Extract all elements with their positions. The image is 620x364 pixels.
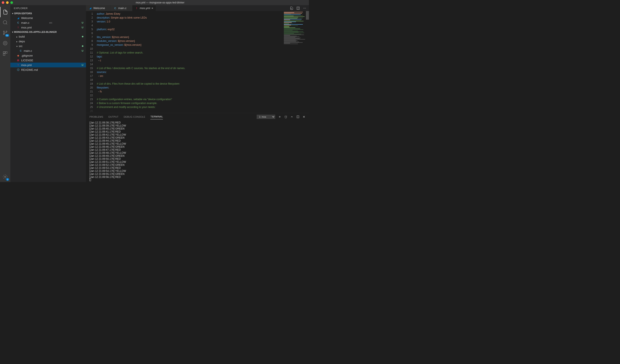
open-editors-label: OPEN EDITORS xyxy=(14,12,32,15)
tree-label: .gitignore xyxy=(21,54,52,57)
editor-area: ◢Welcome×Cmain.c×!mos.yml× 1234567891011… xyxy=(86,5,309,182)
svg-point-0 xyxy=(3,20,7,24)
panel-tab-output[interactable]: OUTPUT xyxy=(108,114,119,119)
folder-item[interactable]: src xyxy=(10,44,86,48)
file-item[interactable]: Cmain.cU xyxy=(10,48,86,53)
git-status: U xyxy=(82,26,83,29)
yml-file-icon: ! xyxy=(16,26,20,29)
window-close-icon[interactable] xyxy=(2,1,4,4)
more-icon[interactable] xyxy=(303,6,306,10)
c-file-icon: C xyxy=(16,21,20,24)
file-item[interactable]: ⚖LICENSE xyxy=(10,58,86,63)
svg-line-12 xyxy=(291,9,292,9)
svg-rect-7 xyxy=(3,52,5,53)
git-status: U xyxy=(82,21,83,24)
activity-explorer[interactable] xyxy=(0,7,10,17)
svg-point-3 xyxy=(3,34,4,35)
open-editor-item[interactable]: ◢Welcome xyxy=(10,15,86,20)
svg-rect-8 xyxy=(5,52,7,53)
svg-point-2 xyxy=(3,31,4,32)
titlebar: mos.yml — mongoose-os-apps-led-blinker xyxy=(0,0,309,5)
terminal-line: [Jan 12 21:09:39.176] YELLOW xyxy=(90,124,306,127)
settings-badge: 1 xyxy=(6,178,9,181)
editor-tab[interactable]: Cmain.c× xyxy=(111,5,132,11)
yml-file-icon: ! xyxy=(135,6,139,10)
activity-bar: 31 1 xyxy=(0,5,10,182)
close-icon[interactable]: × xyxy=(152,6,153,10)
folder-item[interactable]: build xyxy=(10,34,86,39)
terminal-line: [Jan 12 21:09:41.176] RED xyxy=(90,130,306,133)
file-item[interactable]: !mos.ymlU xyxy=(10,63,86,67)
untracked-dot-icon xyxy=(82,36,83,37)
vscode-icon: ◢ xyxy=(16,16,20,20)
tab-label: mos.yml xyxy=(140,6,150,10)
panel-tab-problems[interactable]: PROBLEMS xyxy=(90,114,103,119)
window-minimize-icon[interactable] xyxy=(6,1,9,4)
minimap[interactable] xyxy=(283,11,309,113)
code-content[interactable]: author: James Elseydescription: Simple a… xyxy=(97,11,283,113)
activity-scm[interactable]: 31 xyxy=(0,28,10,38)
plus-icon[interactable] xyxy=(278,115,281,118)
untracked-dot-icon xyxy=(82,45,83,47)
folder-item[interactable]: deps xyxy=(10,39,86,44)
panel-tab-debug[interactable]: DEBUG CONSOLE xyxy=(124,114,145,119)
open-editor-path: src xyxy=(49,21,52,24)
tree-label: LICENSE xyxy=(21,59,52,62)
terminal-line: [Jan 12 21:09:56.176] RED xyxy=(90,176,306,179)
terminal-line: [Jan 12 21:09:50.176] RED xyxy=(90,157,306,160)
chevron-up-icon[interactable] xyxy=(290,115,293,118)
vscode-icon: ◢ xyxy=(89,6,92,10)
activity-debug[interactable] xyxy=(0,38,10,48)
terminal-line: [Jan 12 21:09:51.176] YELLOW xyxy=(90,160,306,164)
line-gutter: 1234567891011121314151617181920212223242… xyxy=(86,11,97,113)
svg-point-15 xyxy=(303,8,304,8)
open-editors-header[interactable]: OPEN EDITORS xyxy=(10,11,86,15)
c-file-icon: C xyxy=(113,6,117,10)
activity-extensions[interactable] xyxy=(0,48,10,59)
scrollbar[interactable] xyxy=(306,11,309,20)
bug-icon xyxy=(3,41,8,46)
c-file-icon: C xyxy=(19,49,22,52)
files-icon xyxy=(3,10,8,15)
activity-search[interactable] xyxy=(0,17,10,28)
svg-point-6 xyxy=(4,42,6,44)
open-editor-item[interactable]: Cmain.csrcU xyxy=(10,20,86,25)
window-maximize-icon[interactable] xyxy=(10,1,13,4)
open-changes-icon[interactable] xyxy=(290,6,293,10)
close-icon[interactable] xyxy=(302,115,306,118)
split-panel-icon[interactable] xyxy=(296,115,299,118)
svg-point-16 xyxy=(304,8,305,8)
trash-icon[interactable] xyxy=(284,115,287,118)
open-editor-item[interactable]: !mos.ymlU xyxy=(10,25,86,30)
terminal-line: [Jan 12 21:09:38.176] RED xyxy=(90,121,306,124)
editor-pane[interactable]: 1234567891011121314151617181920212223242… xyxy=(86,11,309,113)
open-editor-label: mos.yml xyxy=(21,26,50,29)
terminal-body[interactable]: [Jan 12 21:09:38.176] RED[Jan 12 21:09:3… xyxy=(86,120,309,182)
project-header[interactable]: MONGOOSE-OS-APPS-LED-BLINKER xyxy=(10,30,86,34)
panel-controls: 1: mos xyxy=(257,115,306,119)
chevron-down-icon xyxy=(12,12,13,15)
chevron-right-icon xyxy=(16,35,17,38)
editor-tab[interactable]: ◢Welcome× xyxy=(86,5,111,11)
file-item[interactable]: ⓘREADME.md xyxy=(10,67,86,72)
chevron-right-icon xyxy=(16,40,17,43)
project-label: MONGOOSE-OS-APPS-LED-BLINKER xyxy=(14,31,57,33)
split-editor-icon[interactable] xyxy=(296,6,300,10)
tree-label: build xyxy=(19,35,49,38)
terminal-line: [Jan 12 21:09:48.176] YELLOW xyxy=(90,151,306,154)
tree-label: src xyxy=(19,45,49,48)
file-item[interactable]: ◈.gitignore xyxy=(10,53,86,58)
terminal-select[interactable]: 1: mos xyxy=(257,115,275,119)
editor-tab[interactable]: !mos.yml× xyxy=(132,5,156,11)
svg-rect-9 xyxy=(3,54,5,56)
git-file-icon: ◈ xyxy=(16,54,20,57)
panel-tab-terminal[interactable]: TERMINAL xyxy=(150,114,163,119)
terminal-line: [Jan 12 21:09:47.176] RED xyxy=(90,148,306,151)
bottom-panel: PROBLEMS OUTPUT DEBUG CONSOLE TERMINAL 1… xyxy=(86,113,309,182)
terminal-line: [Jan 12 21:09:42.176] YELLOW xyxy=(90,133,306,136)
sidebar: EXPLORER OPEN EDITORS ◢WelcomeCmain.csrc… xyxy=(10,5,86,182)
terminal-line: [Jan 12 21:09:52.176] GREEN xyxy=(90,164,306,167)
activity-settings[interactable]: 1 xyxy=(0,172,10,182)
tab-bar: ◢Welcome×Cmain.c×!mos.yml× xyxy=(86,5,309,11)
terminal-line: [Jan 12 21:09:55.176] GREEN xyxy=(90,172,306,176)
